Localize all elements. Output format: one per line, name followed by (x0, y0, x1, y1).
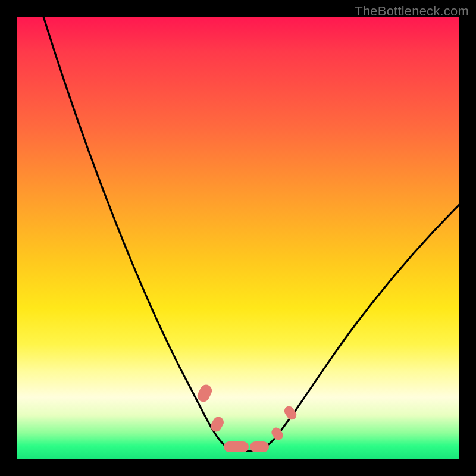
outer-frame: TheBottleneck.com (0, 0, 476, 476)
marker-flat-1 (224, 441, 249, 452)
bottleneck-curve (43, 17, 459, 451)
marker-right-upper (283, 405, 299, 422)
marker-group (195, 383, 298, 452)
marker-flat-2 (250, 441, 269, 452)
chart-svg (17, 17, 459, 459)
plot-area (17, 17, 459, 459)
marker-left-lower (209, 415, 226, 434)
